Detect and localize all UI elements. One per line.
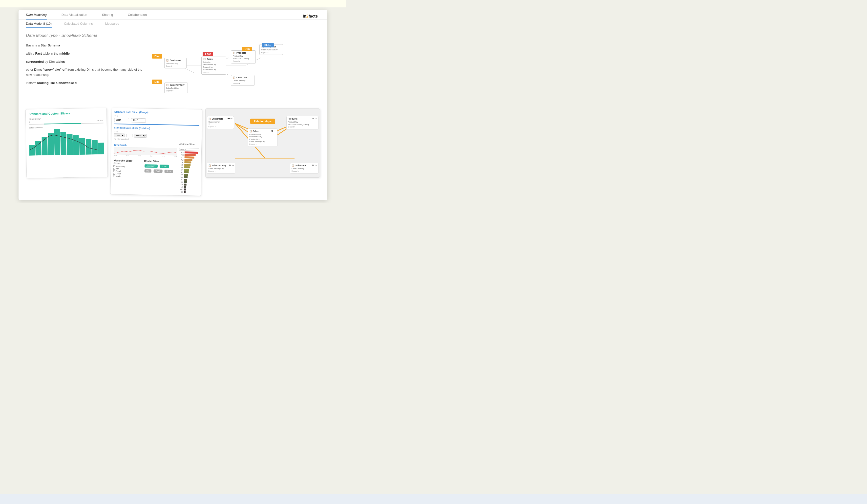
nav-sharing[interactable]: Sharing xyxy=(102,13,113,20)
main-card: Data Modeling Data Visualization Sharing… xyxy=(19,10,328,200)
hierarchy-slicer: Hierarchy Slicer Category Accessory Mix … xyxy=(113,159,142,178)
sub-nav: Data Model 8 (10) Calculated Columns Mea… xyxy=(19,20,328,28)
hierarchy-title: Hierarchy Slicer xyxy=(114,159,142,162)
relationships-badge: Relationships xyxy=(250,119,275,124)
tb-year-2: 2012 xyxy=(126,155,129,157)
chiclet-youth[interactable]: Youth xyxy=(153,170,162,173)
chiclet-slicer: Chiclet Slicer Accessory Urban Mix Youth… xyxy=(144,160,176,178)
hierarchy-item-youth[interactable]: Youth xyxy=(113,175,142,178)
date-slider[interactable] xyxy=(114,124,200,126)
schema-content: Basis is a Star Schema with a Fact table… xyxy=(26,43,320,105)
attribute-slicer-panel: Attribute Slicer CA TX NY WI OR MO VA GA… xyxy=(179,143,199,193)
rel-customers: 📋 Customers 👁 ⋯ CustomerKey 👁 Expand ▾ xyxy=(207,116,234,129)
customer-slicer: CustomerID 1 282597 xyxy=(29,116,104,125)
last-select[interactable]: Last xyxy=(114,133,125,137)
period-select[interactable]: Select xyxy=(134,134,147,138)
year-label: Year xyxy=(114,115,200,118)
relationships-card: 📋 Customers 👁 ⋯ CustomerKey 👁 Expand ▾ P… xyxy=(205,108,320,178)
date-range-inputs xyxy=(114,118,200,124)
rel-orderdate: 📋 OrderDate 👁 ⋯ OrderDateKey Expand ▾ xyxy=(290,163,319,174)
tb-year-6: 2016 xyxy=(174,156,177,157)
screenshots-row: Standard and Custom Slicers CustomerID 1… xyxy=(26,108,320,195)
tb-year-3: 2013 xyxy=(138,155,141,157)
period-count-input[interactable] xyxy=(126,134,132,137)
date-to-input[interactable] xyxy=(131,118,146,122)
no-filters-label: No filters applied xyxy=(114,138,199,141)
attr-bar-ga: GA xyxy=(179,169,199,171)
sfd-sales: 📋 Sales SalesKey OrderDateKey ProductKey… xyxy=(201,56,226,75)
rel-sales: 📋 Sales 👁 ⋯ CustomerKey OrderDateKey Pro… xyxy=(248,128,277,147)
attr-search-input[interactable] xyxy=(179,148,199,151)
flake-label: Flake xyxy=(262,43,274,47)
rel-products: Products 👁 ⋯ ProductKey ProductSubcatego… xyxy=(286,116,319,129)
date-from-input[interactable] xyxy=(114,118,129,122)
line-chart-svg xyxy=(29,129,104,157)
schema-text: Basis is a Star Schema with a Fact table… xyxy=(26,43,144,105)
nav-collaboration[interactable]: Collaboration xyxy=(128,13,147,20)
fact-label: Fact xyxy=(203,52,213,56)
slider-fill xyxy=(44,123,81,125)
dim-label-2: Dim xyxy=(242,47,252,51)
rel-salesterritory: 📋 SalesTerritory 👁 ⋯ SalesTerritoryKey E… xyxy=(207,163,235,174)
slicers-card: Standard and Custom Slicers CustomerID 1… xyxy=(25,108,108,178)
chiclet-rural[interactable]: Rural xyxy=(164,170,173,173)
attr-bar-md: MD xyxy=(179,189,198,191)
top-banner xyxy=(0,0,346,8)
hierarchy-category: Category xyxy=(114,162,142,165)
schema-text-2: with a Fact table in the middle xyxy=(26,51,144,56)
sfd-customers: 📋 Customers CustomerKey Expand ▾ xyxy=(164,58,186,68)
attr-bar-wi: WI xyxy=(179,159,199,161)
attr-bar-wa: WA xyxy=(179,176,199,178)
attr-bars: CA TX NY WI OR MO VA GA TN MN WA NJ xyxy=(179,151,199,193)
schema-text-4: other Dims "snowflake" off from existing… xyxy=(26,67,144,77)
chiclet-mix[interactable]: Mix xyxy=(144,169,151,172)
sub-nav-data-model[interactable]: Data Model 8 (10) xyxy=(26,22,52,28)
attr-bar-ca: CA xyxy=(179,151,199,154)
nav-data-modeling[interactable]: Data Modeling xyxy=(26,13,47,20)
hierarchy-list: Accessory Mix Rural Urban Youth xyxy=(113,165,142,178)
schema-text-5: it starts looking like a snowflake ❄ xyxy=(26,81,144,86)
attr-bar-mn: MN xyxy=(179,174,199,176)
app-logo: in2facts_ xyxy=(303,14,320,19)
schema-text-3: surrounded by Dim tables xyxy=(26,59,144,64)
slicers-title: Standard and Custom Slicers xyxy=(29,111,104,116)
attr-bar-ok: OK xyxy=(179,184,199,186)
attr-bar-mo: MO xyxy=(179,164,199,166)
sales-chart-area: Sales and Units xyxy=(29,125,104,161)
tb-year-4: 2014 xyxy=(150,156,153,157)
nav-data-visualization[interactable]: Data Visualization xyxy=(62,13,87,20)
chiclet-accessory[interactable]: Accessory xyxy=(144,164,157,168)
dim-label-1: Dim xyxy=(152,54,162,58)
date-slicer-card: Standard Date Slicer (Range) Year Standa… xyxy=(110,108,202,196)
sub-nav-measures[interactable]: Measures xyxy=(105,22,119,28)
schema-text-1: Basis is a Star Schema xyxy=(26,43,144,48)
attr-bar-az: AZ xyxy=(179,181,199,183)
nav-links: Data Modeling Data Visualization Sharing… xyxy=(26,13,147,20)
tb-year-5: 2015 xyxy=(162,156,165,157)
attr-bar-la: LA xyxy=(179,186,199,188)
date-relative-title: Standard Date Slicer (Relative) xyxy=(114,126,199,130)
top-nav: Data Modeling Data Visualization Sharing… xyxy=(19,10,328,20)
date-range-title: Standard Date Slicer (Range) xyxy=(115,110,200,115)
attr-bar-va: VA xyxy=(179,166,199,169)
range-min: 1 xyxy=(29,121,30,123)
tb-year-1: 2011 xyxy=(114,155,117,156)
attr-bar-or: OR xyxy=(179,161,199,163)
customer-slider[interactable] xyxy=(29,122,104,125)
attr-bar-ny: NY xyxy=(179,157,199,159)
attr-bar-ks: KS xyxy=(179,191,198,193)
timebrush-svg xyxy=(114,147,177,156)
attr-bar-nj: NJ xyxy=(179,179,199,181)
content-area: Data Model Type - Snowflake Schema Basis… xyxy=(19,28,328,200)
timebrush-title: TimeBrush xyxy=(114,143,177,147)
attr-title: Attribute Slicer xyxy=(179,143,199,146)
schema-title: Data Model Type - Snowflake Schema xyxy=(26,33,320,38)
timebrush-area[interactable] xyxy=(114,147,178,156)
chiclet-title: Chiclet Slicer xyxy=(144,160,176,163)
chiclet-urban[interactable]: Urban xyxy=(160,164,169,168)
attr-bar-tn: TN xyxy=(179,171,199,173)
rel-expand-icon: 👁 xyxy=(208,123,233,125)
sub-nav-calculated-columns[interactable]: Calculated Columns xyxy=(64,22,93,28)
sfd-orderdate: 📋 OrderDate OrderDateKey Expand ▾ xyxy=(231,75,255,86)
dim-label-3: Dim xyxy=(152,79,162,84)
